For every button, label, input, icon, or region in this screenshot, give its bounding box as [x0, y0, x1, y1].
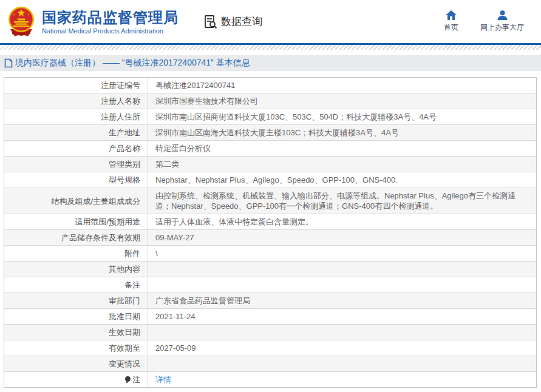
brand: 国家药品监督管理局 National Medical Products Admi…: [6, 6, 179, 38]
national-emblem-logo: [6, 6, 36, 38]
registration-info-table: 注册证编号粤械注准20172400741注册人名称深圳市国赛生物技术有限公司注册…: [4, 77, 537, 388]
info-table-body: 注册证编号粤械注准20172400741注册人名称深圳市国赛生物技术有限公司注册…: [4, 78, 537, 388]
row-value: 特定蛋白分析仪: [148, 141, 537, 157]
row-value: 09-MAY-27: [148, 230, 537, 246]
table-row: 注册证编号粤械注准20172400741: [4, 78, 537, 93]
row-label: 审批部门: [4, 293, 148, 309]
nav-item-service-hall[interactable]: 网上办事大厅: [480, 10, 524, 33]
note-balloon-icon: [125, 376, 131, 383]
row-value: 由控制系统、检测系统、机械装置、输入输出部分、电源等组成。Nephstar Pl…: [148, 188, 537, 214]
row-label: 管理类别: [4, 157, 148, 172]
table-row: 注册人名称深圳市国赛生物技术有限公司: [4, 93, 537, 109]
row-label: 产品名称: [4, 141, 148, 157]
table-row: 产品储存条件及有效期09-MAY-27: [4, 230, 537, 246]
table-row: 产品名称特定蛋白分析仪: [4, 141, 537, 157]
row-label: 附件: [4, 246, 148, 262]
row-label: 注册人名称: [4, 93, 148, 109]
row-value: Nephstar、Nephstar Plus、Agilego、Speedo、GP…: [148, 172, 537, 188]
row-value: 深圳市南山区招商街道科技大厦103C、503C、504D；科技大厦辅楼3A号、4…: [148, 109, 537, 125]
row-label: 其他内容: [4, 262, 148, 277]
table-row: 注详情: [4, 372, 537, 388]
nav-item-label: 首页: [444, 22, 458, 33]
site-subtitle: National Medical Products Administration: [42, 27, 179, 35]
user-icon: [497, 10, 508, 20]
table-row: 附件\: [4, 246, 537, 262]
table-row: 型号规格Nephstar、Nephstar Plus、Agilego、Speed…: [4, 172, 537, 188]
row-label: 注册人住所: [4, 109, 148, 125]
row-label: 变更情况: [4, 356, 148, 372]
row-value: [148, 356, 537, 372]
row-label: 产品储存条件及有效期: [4, 230, 148, 246]
hatched-strip: [0, 45, 541, 50]
row-value: [148, 262, 537, 277]
table-row: 适用范围/预期用途适用于人体血液、体液中特定蛋白含量测定。: [4, 214, 537, 230]
row-value: 粤械注准20172400741: [148, 78, 537, 93]
row-label: 型号规格: [4, 172, 148, 188]
table-row: 其他内容: [4, 262, 537, 277]
document-icon: [4, 58, 13, 68]
table-row: 结构及组成/主要组成成分由控制系统、检测系统、机械装置、输入输出部分、电源等组成…: [4, 188, 537, 214]
row-label: 生产地址: [4, 125, 148, 141]
row-label: 生效日期: [4, 325, 148, 340]
data-query-icon: [203, 14, 219, 30]
row-value: 第二类: [148, 157, 537, 172]
breadcrumb: 境内医疗器械（注册） —— “粤械注准20172400741” 基本信息: [0, 55, 541, 71]
row-label: 备注: [4, 277, 148, 293]
row-value: \: [148, 246, 537, 262]
header-nav: 首页 网上办事大厅: [444, 10, 541, 33]
row-value: 广东省食品药品监督管理局: [148, 293, 537, 309]
site-header: 国家药品监督管理局 National Medical Products Admi…: [0, 0, 541, 43]
row-value: 2021-11-24: [148, 309, 537, 325]
row-label: 注册证编号: [4, 78, 148, 93]
data-query-label: 数据查询: [221, 15, 262, 29]
nav-item-home[interactable]: 首页: [444, 10, 458, 33]
row-value: 适用于人体血液、体液中特定蛋白含量测定。: [148, 214, 537, 230]
row-value: [148, 325, 537, 340]
row-value: 深圳市南山区南海大道科技大厦主楼103C；科技大厦辅楼3A号、4A号: [148, 125, 537, 141]
table-row: 注册人住所深圳市南山区招商街道科技大厦103C、503C、504D；科技大厦辅楼…: [4, 109, 537, 125]
row-value: 详情: [148, 372, 537, 388]
row-value: 2027-05-09: [148, 340, 537, 356]
table-row: 有效期至2027-05-09: [4, 340, 537, 356]
row-label: 结构及组成/主要组成成分: [4, 188, 148, 214]
home-icon: [446, 10, 457, 20]
table-row: 生产地址深圳市南山区南海大道科技大厦主楼103C；科技大厦辅楼3A号、4A号: [4, 125, 537, 141]
nav-item-label: 网上办事大厅: [480, 22, 524, 33]
table-row: 生效日期: [4, 325, 537, 340]
row-label: 批准日期: [4, 309, 148, 325]
table-row: 批准日期2021-11-24: [4, 309, 537, 325]
table-row: 变更情况: [4, 356, 537, 372]
row-label: 适用范围/预期用途: [4, 214, 148, 230]
table-row: 审批部门广东省食品药品监督管理局: [4, 293, 537, 309]
detail-link[interactable]: 详情: [155, 375, 171, 384]
row-value: [148, 277, 537, 293]
row-label: 有效期至: [4, 340, 148, 356]
brand-titles: 国家药品监督管理局 National Medical Products Admi…: [42, 9, 179, 35]
table-row: 管理类别第二类: [4, 157, 537, 172]
site-title: 国家药品监督管理局: [42, 9, 179, 26]
breadcrumb-text: 境内医疗器械（注册） —— “粤械注准20172400741” 基本信息: [15, 58, 250, 69]
row-label: 注: [4, 372, 148, 388]
row-value: 深圳市国赛生物技术有限公司: [148, 93, 537, 109]
data-query-section[interactable]: 数据查询: [203, 14, 262, 30]
table-row: 备注: [4, 277, 537, 293]
